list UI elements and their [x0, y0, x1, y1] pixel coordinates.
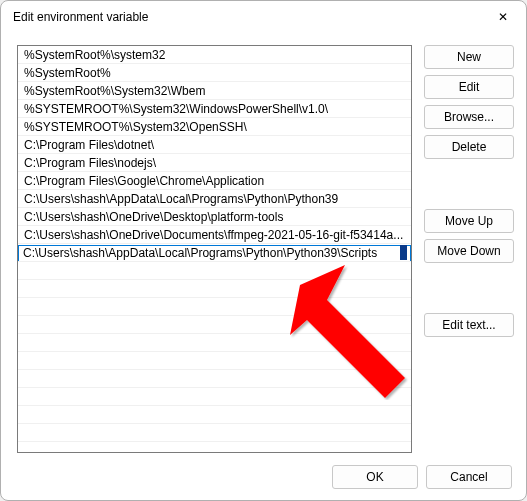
- footer-buttons: OK Cancel: [1, 453, 526, 501]
- list-item[interactable]: C:\Program Files\dotnet\: [18, 136, 411, 154]
- button-column: New Edit Browse... Delete Move Up Move D…: [424, 45, 514, 453]
- move-up-button[interactable]: Move Up: [424, 209, 514, 233]
- content-area: %SystemRoot%\system32 %SystemRoot% %Syst…: [1, 33, 526, 453]
- ok-button[interactable]: OK: [332, 465, 418, 489]
- edit-button[interactable]: Edit: [424, 75, 514, 99]
- delete-button[interactable]: Delete: [424, 135, 514, 159]
- move-down-button[interactable]: Move Down: [424, 239, 514, 263]
- close-button[interactable]: ✕: [480, 1, 526, 33]
- window-title: Edit environment variable: [13, 10, 148, 24]
- list-item-empty[interactable]: [18, 406, 411, 424]
- path-edit-input[interactable]: [18, 245, 411, 262]
- text-cursor: [400, 245, 407, 260]
- cancel-button[interactable]: Cancel: [426, 465, 512, 489]
- list-item-empty[interactable]: [18, 424, 411, 442]
- list-item[interactable]: %SYSTEMROOT%\System32\OpenSSH\: [18, 118, 411, 136]
- list-item[interactable]: %SystemRoot%\system32: [18, 46, 411, 64]
- new-button[interactable]: New: [424, 45, 514, 69]
- svg-marker-0: [290, 265, 405, 398]
- close-icon: ✕: [498, 10, 508, 24]
- list-item[interactable]: C:\Program Files\nodejs\: [18, 154, 411, 172]
- list-item[interactable]: %SystemRoot%: [18, 64, 411, 82]
- annotation-arrow-icon: [285, 260, 415, 400]
- list-item[interactable]: C:\Users\shash\OneDrive\Desktop\platform…: [18, 208, 411, 226]
- spacer: [424, 165, 514, 203]
- list-item[interactable]: %SYSTEMROOT%\System32\WindowsPowerShell\…: [18, 100, 411, 118]
- list-item[interactable]: %SystemRoot%\System32\Wbem: [18, 82, 411, 100]
- browse-button[interactable]: Browse...: [424, 105, 514, 129]
- list-item[interactable]: C:\Program Files\Google\Chrome\Applicati…: [18, 172, 411, 190]
- spacer: [424, 269, 514, 307]
- edit-text-button[interactable]: Edit text...: [424, 313, 514, 337]
- titlebar: Edit environment variable ✕: [1, 1, 526, 33]
- list-item[interactable]: C:\Users\shash\AppData\Local\Programs\Py…: [18, 190, 411, 208]
- list-item[interactable]: C:\Users\shash\OneDrive\Documents\ffmpeg…: [18, 226, 411, 244]
- dialog-window: Edit environment variable ✕ %SystemRoot%…: [0, 0, 527, 501]
